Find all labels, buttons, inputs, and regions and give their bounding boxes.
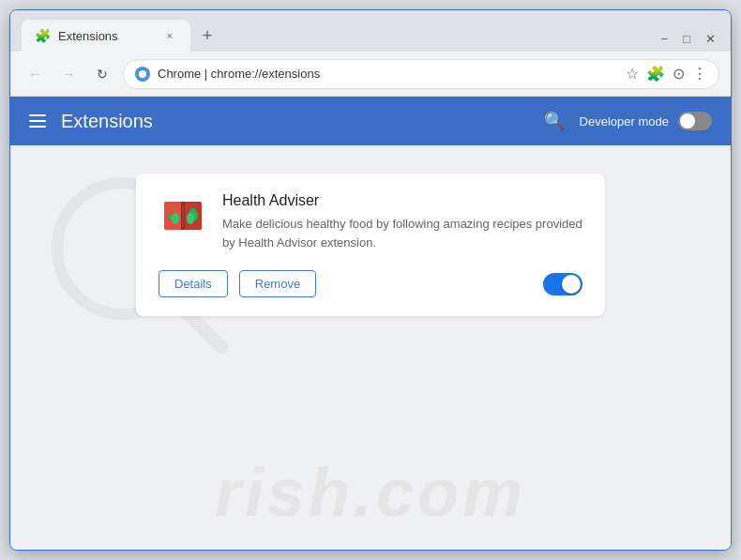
close-button[interactable]: ✕: [705, 32, 716, 46]
back-button[interactable]: ←: [22, 61, 48, 87]
tab-extensions-icon: 🧩: [35, 28, 51, 43]
extension-card: Health Adviser Make delicious healthy fo…: [136, 174, 605, 316]
developer-mode-label: Developer mode: [580, 114, 669, 129]
title-bar: 🧩 Extensions × + − □ ✕: [10, 10, 731, 52]
address-text: Chrome | chrome://extensions: [158, 67, 618, 81]
toggle-knob: [680, 114, 695, 129]
address-bar[interactable]: Chrome | chrome://extensions ☆ 🧩 ⊙ ⋮: [123, 59, 719, 89]
site-security-icon: [135, 67, 150, 82]
address-icons: ☆ 🧩 ⊙ ⋮: [626, 65, 707, 83]
extension-toggle-knob: [562, 275, 581, 294]
extension-details: Health Adviser Make delicious healthy fo…: [222, 192, 582, 251]
extensions-header: Extensions 🔍 Developer mode: [10, 97, 731, 145]
reload-button[interactable]: ↻: [89, 61, 115, 87]
browser-window: 🧩 Extensions × + − □ ✕ ← → ↻ Chrome | ch…: [9, 9, 732, 551]
developer-mode-toggle[interactable]: [678, 112, 712, 130]
svg-point-9: [187, 213, 194, 224]
watermark-text: rish.com: [215, 454, 526, 531]
extension-name: Health Adviser: [222, 192, 582, 209]
search-icon[interactable]: 🔍: [544, 111, 565, 131]
main-content: rish.com: [10, 145, 731, 550]
extension-enable-toggle[interactable]: [543, 273, 582, 295]
details-button[interactable]: Details: [159, 270, 228, 297]
extension-icon: [159, 192, 207, 241]
profile-icon[interactable]: ⊙: [673, 65, 685, 83]
active-tab[interactable]: 🧩 Extensions ×: [22, 20, 190, 52]
extension-info: Health Adviser Make delicious healthy fo…: [159, 192, 582, 251]
extension-description: Make delicious healthy food by following…: [222, 215, 582, 251]
new-tab-button[interactable]: +: [194, 23, 220, 49]
tab-title: Extensions: [58, 29, 155, 43]
minimize-button[interactable]: −: [661, 32, 669, 46]
remove-button[interactable]: Remove: [239, 270, 316, 297]
extension-actions: Details Remove: [159, 270, 582, 297]
maximize-button[interactable]: □: [683, 32, 690, 46]
extensions-icon[interactable]: 🧩: [646, 65, 665, 83]
hamburger-menu[interactable]: [29, 114, 46, 128]
bookmark-icon[interactable]: ☆: [626, 65, 639, 83]
forward-button[interactable]: →: [55, 61, 82, 87]
menu-icon[interactable]: ⋮: [692, 65, 707, 83]
navigation-bar: ← → ↻ Chrome | chrome://extensions ☆ 🧩 ⊙…: [10, 52, 731, 97]
window-controls: − □ ✕: [661, 32, 719, 46]
extensions-title: Extensions: [61, 111, 544, 132]
tab-close-button[interactable]: ×: [162, 28, 177, 43]
